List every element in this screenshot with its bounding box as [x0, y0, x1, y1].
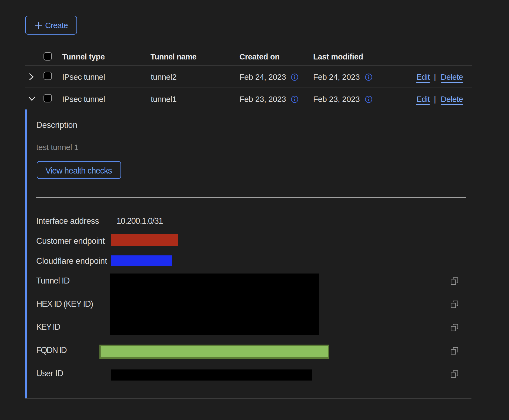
svg-text:i: i [294, 74, 296, 80]
svg-text:i: i [294, 96, 296, 102]
svg-text:i: i [368, 74, 370, 80]
svg-text:i: i [368, 96, 370, 102]
